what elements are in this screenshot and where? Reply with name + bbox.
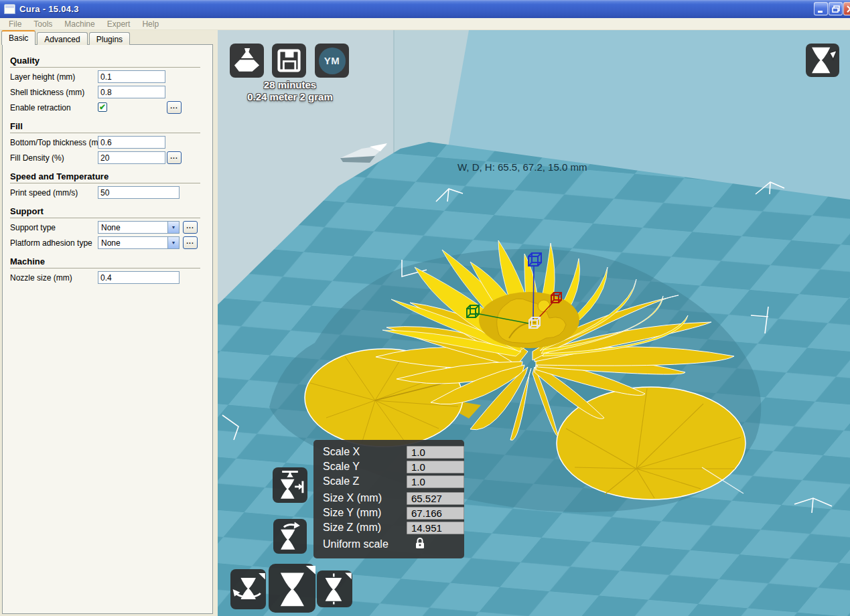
layer-height-input[interactable] xyxy=(98,70,165,83)
menu-help[interactable]: Help xyxy=(136,19,165,29)
fill-density-more-button[interactable]: ... xyxy=(167,151,182,164)
scale-z-row: Scale Z xyxy=(313,474,464,489)
scale-tool-panel: Scale X Scale Y Scale Z Size X (mm) Size… xyxy=(313,440,464,558)
section-speed-temperature: Speed and Temperature xyxy=(10,171,200,183)
setting-row: Shell thickness (mm) xyxy=(3,85,212,100)
save-toolpath-button[interactable] xyxy=(272,44,306,78)
mirror-tool-button[interactable] xyxy=(317,570,352,607)
platform-adhesion-select[interactable]: None ▼ xyxy=(98,236,180,249)
section-machine: Machine xyxy=(10,256,200,268)
uniform-scale-row: Uniform scale xyxy=(313,537,464,552)
view-mode-button[interactable] xyxy=(806,44,839,77)
menu-machine[interactable]: Machine xyxy=(58,19,100,29)
size-x-input[interactable] xyxy=(407,492,464,505)
menu-expert[interactable]: Expert xyxy=(101,19,137,29)
print-speed-input[interactable] xyxy=(98,186,180,199)
basic-settings-page: Quality Layer height (mm) Shell thicknes… xyxy=(2,44,213,614)
menu-tools[interactable]: Tools xyxy=(27,19,58,29)
size-y-row: Size Y (mm) xyxy=(313,506,464,520)
scale-x-label: Scale X xyxy=(323,446,407,458)
chevron-down-icon[interactable]: ▼ xyxy=(167,222,179,233)
scale-y-input[interactable] xyxy=(407,461,464,473)
setting-row: Enable retraction ✔ ... xyxy=(3,100,212,116)
section-support: Support xyxy=(10,206,200,218)
fill-density-label: Fill Density (%) xyxy=(10,153,64,163)
shell-thickness-label: Shell thickness (mm) xyxy=(10,88,84,97)
bottom-top-thickness-input[interactable] xyxy=(98,136,165,149)
size-x-label: Size X (mm) xyxy=(323,492,407,504)
bottom-top-thickness-label: Bottom/Top thickness (mm) xyxy=(10,138,107,147)
scale-x-input[interactable] xyxy=(407,446,464,459)
titlebar[interactable]: Cura - 15.04.3 xyxy=(0,0,850,18)
support-type-label: Support type xyxy=(10,223,56,232)
scale-z-label: Scale Z xyxy=(323,475,407,487)
retraction-more-button[interactable]: ... xyxy=(167,101,182,114)
support-type-select[interactable]: None ▼ xyxy=(98,221,180,234)
scale-y-label: Scale Y xyxy=(323,461,407,473)
3d-viewport-canvas[interactable] xyxy=(218,30,850,616)
menu-file[interactable]: File xyxy=(3,19,27,29)
layer-height-label: Layer height (mm) xyxy=(10,72,75,82)
print-speed-label: Print speed (mm/s) xyxy=(10,188,78,198)
support-more-button[interactable]: ... xyxy=(183,221,198,234)
size-z-input[interactable] xyxy=(407,522,464,534)
size-y-input[interactable] xyxy=(407,507,464,520)
section-fill: Fill xyxy=(10,121,200,133)
section-quality: Quality xyxy=(10,56,200,68)
load-model-button[interactable] xyxy=(230,44,264,78)
setting-row: Print speed (mm/s) xyxy=(3,185,212,201)
size-y-label: Size Y (mm) xyxy=(323,507,407,519)
support-type-value: None xyxy=(98,222,167,233)
restore-button[interactable] xyxy=(829,2,843,15)
youmagine-button[interactable]: YM xyxy=(315,44,349,78)
scale-reset-button[interactable] xyxy=(273,519,307,554)
print-time: 28 minutes xyxy=(218,79,362,91)
model-dimensions: W, D, H: 65.5, 67.2, 15.0 mm xyxy=(457,161,587,173)
cura-window: Cura - 15.04.3 File Tools Machine Expert… xyxy=(0,0,850,616)
setting-row: Support type None ▼ ... xyxy=(3,220,212,236)
rotate-tool-button[interactable] xyxy=(230,569,266,609)
setting-row: Layer height (mm) xyxy=(3,70,212,85)
window-title: Cura - 15.04.3 xyxy=(19,4,79,14)
setting-row: Bottom/Top thickness (mm) xyxy=(3,135,212,151)
nozzle-size-input[interactable] xyxy=(98,271,180,284)
app-icon xyxy=(4,4,15,14)
print-stats: 28 minutes 0.24 meter 2 gram xyxy=(218,79,362,103)
platform-adhesion-label: Platform adhesion type xyxy=(10,238,92,248)
scale-tool-button[interactable] xyxy=(269,564,315,613)
size-x-row: Size X (mm) xyxy=(313,491,464,506)
scale-y-row: Scale Y xyxy=(313,459,464,474)
chevron-down-icon[interactable]: ▼ xyxy=(167,237,179,248)
settings-tabs: Basic Advanced Plugins xyxy=(1,31,131,45)
tab-basic[interactable]: Basic xyxy=(1,30,36,45)
nozzle-size-label: Nozzle size (mm) xyxy=(10,273,72,283)
youmagine-logo: YM xyxy=(319,48,346,74)
uniform-scale-label: Uniform scale xyxy=(323,538,388,550)
close-button[interactable] xyxy=(843,2,850,15)
scale-z-input[interactable] xyxy=(407,475,464,488)
tab-advanced[interactable]: Advanced xyxy=(37,32,87,45)
setting-row: Platform adhesion type None ▼ ... xyxy=(3,236,212,251)
size-z-row: Size Z (mm) xyxy=(313,520,464,535)
enable-retraction-checkbox[interactable]: ✔ xyxy=(98,102,107,112)
platform-adhesion-value: None xyxy=(98,237,167,248)
3d-viewport[interactable]: YM 28 minutes 0.24 meter 2 gram W, D, H:… xyxy=(218,30,850,616)
tab-plugins[interactable]: Plugins xyxy=(89,32,130,45)
scale-x-row: Scale X xyxy=(313,445,464,459)
setting-row: Nozzle size (mm) xyxy=(3,271,212,286)
adhesion-more-button[interactable]: ... xyxy=(183,236,198,249)
size-z-label: Size Z (mm) xyxy=(323,522,407,534)
minimize-button[interactable] xyxy=(814,2,828,15)
setting-row: Fill Density (%) ... xyxy=(3,151,212,166)
enable-retraction-label: Enable retraction xyxy=(10,103,71,112)
menubar: File Tools Machine Expert Help xyxy=(0,18,850,30)
scale-to-max-button[interactable] xyxy=(273,467,307,503)
shell-thickness-input[interactable] xyxy=(98,86,165,98)
material-usage: 0.24 meter 2 gram xyxy=(218,91,362,103)
fill-density-input[interactable] xyxy=(98,151,165,164)
lock-icon[interactable] xyxy=(415,537,425,552)
